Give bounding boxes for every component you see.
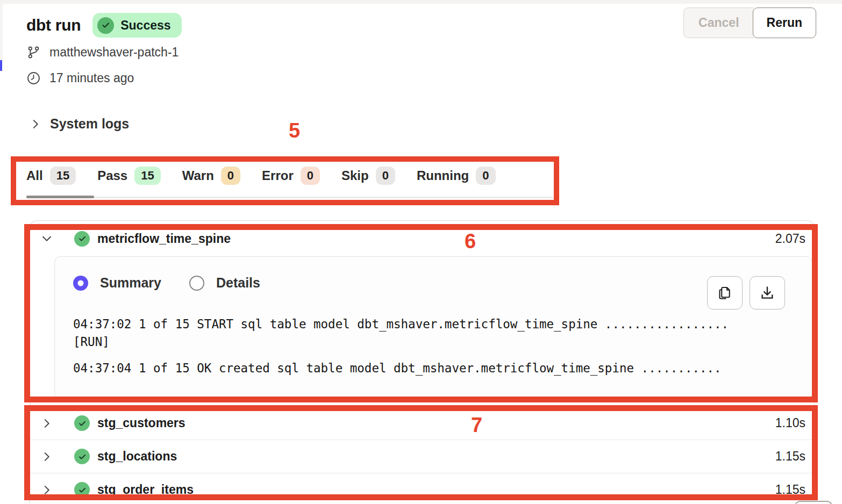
git-branch-icon	[26, 45, 41, 60]
chevron-right-icon	[30, 118, 41, 130]
summary-radio-label: Summary	[100, 275, 161, 291]
annotation-number-5: 5	[289, 119, 300, 142]
model-duration: 1.10s	[775, 416, 805, 430]
run-details-page: dbt run Success Cancel Rerun matthewshav…	[0, 0, 842, 504]
tab-running-count: 0	[476, 167, 495, 185]
model-row-metricflow-time-spine[interactable]: metricflow_time_spine 2.07s	[30, 221, 814, 256]
run-header: dbt run Success	[26, 13, 182, 38]
rerun-button[interactable]: Rerun	[753, 8, 816, 38]
run-actions: Cancel Rerun	[683, 8, 816, 38]
chevron-right-icon	[41, 417, 53, 429]
log-line: 04:37:04 1 of 15 OK created sql table mo…	[73, 359, 780, 377]
model-success-icon	[74, 449, 90, 464]
model-duration: 1.15s	[775, 483, 805, 497]
model-success-icon	[74, 415, 90, 431]
radio-selected-icon	[73, 276, 88, 291]
download-log-button[interactable]	[750, 276, 785, 309]
tab-all[interactable]: All 15	[26, 167, 76, 193]
log-output: 04:37:02 1 of 15 START sql table model d…	[73, 315, 812, 377]
copy-icon	[717, 285, 733, 301]
model-row-stg-order-items[interactable]: stg_order_items 1.15s	[30, 473, 814, 504]
model-name: stg_customers	[97, 416, 185, 430]
status-badge: Success	[92, 13, 181, 38]
model-success-icon	[74, 231, 90, 247]
tab-pass-label: Pass	[97, 168, 127, 183]
timestamp-text: 17 minutes ago	[49, 71, 134, 85]
tab-skip-count: 0	[376, 167, 395, 185]
summary-radio-option[interactable]: Summary	[73, 275, 161, 291]
tab-error[interactable]: Error 0	[262, 167, 320, 193]
tab-pass[interactable]: Pass 15	[97, 167, 161, 193]
tab-warn-count: 0	[221, 167, 240, 185]
tab-warn-label: Warn	[182, 168, 214, 183]
model-duration: 2.07s	[775, 232, 805, 246]
tab-running-label: Running	[417, 168, 469, 183]
partial-button[interactable]	[795, 501, 832, 504]
status-badge-label: Success	[120, 18, 170, 33]
log-line: 04:37:02 1 of 15 START sql table model d…	[73, 315, 780, 351]
model-success-icon	[74, 482, 90, 498]
tab-all-label: All	[26, 168, 43, 183]
branch-row: matthewshaver-patch-1	[26, 45, 179, 60]
chevron-down-icon	[41, 233, 53, 244]
chevron-right-icon	[41, 451, 53, 463]
cancel-button[interactable]: Cancel	[683, 8, 753, 38]
details-radio-label: Details	[216, 275, 260, 291]
left-scroll-indicator	[0, 60, 2, 71]
clock-icon	[26, 71, 41, 85]
download-icon	[759, 285, 775, 301]
tab-all-count: 15	[50, 167, 76, 185]
page-left-edge	[0, 0, 3, 62]
model-duration: 1.15s	[775, 449, 805, 464]
radio-unselected-icon	[189, 276, 204, 291]
run-results-card: metricflow_time_spine 2.07s Summary Deta…	[30, 220, 815, 504]
tab-underline-track	[26, 197, 553, 198]
system-logs-toggle[interactable]: System logs	[30, 116, 129, 132]
tab-error-count: 0	[301, 167, 320, 185]
log-panel-buttons	[707, 276, 785, 309]
log-view-options: Summary Details	[73, 275, 812, 291]
tab-error-label: Error	[262, 168, 294, 183]
page-top-edge	[0, 0, 842, 4]
timestamp-row: 17 minutes ago	[26, 71, 134, 85]
branch-name: matthewshaver-patch-1	[49, 45, 179, 60]
chevron-right-icon	[41, 484, 53, 496]
model-name: stg_locations	[97, 449, 177, 464]
page-title: dbt run	[26, 16, 81, 34]
copy-log-button[interactable]	[707, 276, 743, 309]
system-logs-label: System logs	[50, 116, 129, 132]
model-name: stg_order_items	[97, 483, 194, 497]
tab-pass-count: 15	[134, 167, 160, 185]
model-row-stg-customers[interactable]: stg_customers 1.10s	[30, 406, 814, 440]
tab-running[interactable]: Running 0	[417, 167, 496, 193]
active-tab-underline	[26, 196, 94, 198]
model-name: metricflow_time_spine	[97, 232, 231, 246]
model-row-stg-locations[interactable]: stg_locations 1.15s	[30, 440, 814, 473]
tab-skip-label: Skip	[341, 168, 369, 183]
success-check-icon	[97, 17, 114, 34]
status-filter-tabs: All 15 Pass 15 Warn 0 Error 0 Skip 0 Run…	[26, 167, 553, 193]
tab-skip[interactable]: Skip 0	[341, 167, 395, 193]
details-radio-option[interactable]: Details	[189, 275, 260, 291]
model-log-panel: Summary Details	[54, 256, 812, 400]
tab-warn[interactable]: Warn 0	[182, 167, 240, 193]
